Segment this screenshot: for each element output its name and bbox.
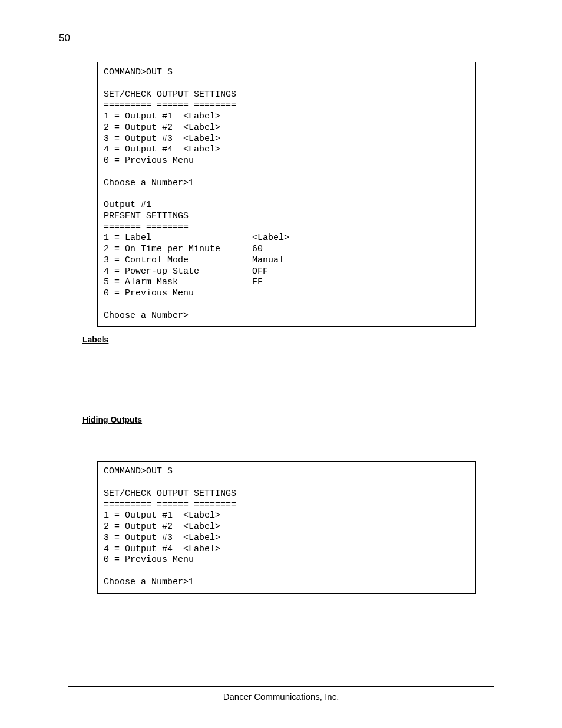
heading-hiding-outputs: Hiding Outputs (82, 415, 494, 424)
heading-labels: Labels (82, 335, 494, 344)
footer-rule (68, 686, 494, 687)
terminal-box-2: COMMAND>OUT S SET/CHECK OUTPUT SETTINGS … (97, 461, 476, 593)
terminal-box-1: COMMAND>OUT S SET/CHECK OUTPUT SETTINGS … (97, 62, 476, 327)
spacer (97, 344, 494, 415)
page: 50 COMMAND>OUT S SET/CHECK OUTPUT SETTIN… (0, 0, 562, 728)
main-content: COMMAND>OUT S SET/CHECK OUTPUT SETTINGS … (97, 62, 494, 594)
page-number: 50 (59, 32, 70, 44)
footer-text: Dancer Communications, Inc. (0, 691, 562, 701)
spacer (97, 424, 494, 461)
